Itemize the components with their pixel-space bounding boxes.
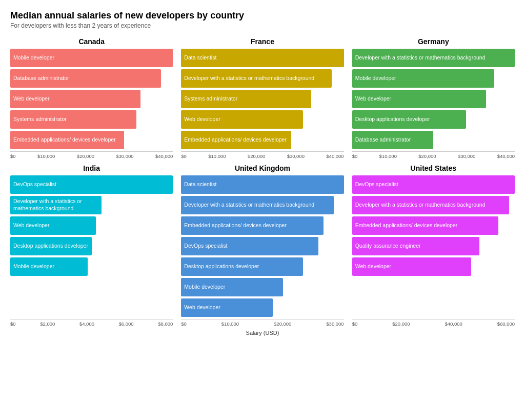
- bar-label-2-1: Mobile developer: [352, 73, 399, 84]
- x-axis-tick: $20,000: [274, 321, 291, 327]
- bar-5-1: Developer with a statistics or mathemati…: [352, 196, 510, 214]
- bar-row-2-2: Web developer: [352, 90, 515, 108]
- bar-label-5-0: DevOps specialist: [352, 179, 401, 190]
- bar-row-2-1: Mobile developer: [352, 69, 515, 88]
- chart-panel-india: IndiaDevOps specialistDeveloper with a s…: [10, 164, 173, 327]
- bar-row-3-0: DevOps specialist: [10, 175, 173, 194]
- x-axis-5: $0$20,000$40,000$60,000: [352, 319, 515, 327]
- bar-label-1-3: Web developer: [181, 114, 223, 125]
- bar-label-5-3: Quality assurance engineer: [352, 241, 424, 252]
- chart-panel-france: FranceData scientistDeveloper with a sta…: [181, 37, 344, 159]
- bar-2-0: Developer with a statistics or mathemati…: [352, 49, 515, 67]
- bar-row-2-0: Developer with a statistics or mathemati…: [352, 49, 515, 67]
- bar-label-0-1: Database administrator: [10, 73, 72, 84]
- charts-grid: CanadaMobile developerDatabase administr…: [10, 37, 515, 327]
- bar-1-2: Systems administrator: [181, 90, 311, 108]
- x-axis-tick: $6,000: [119, 321, 134, 327]
- bar-3-0: DevOps specialist: [10, 175, 173, 194]
- x-axis-tick: $4,000: [79, 321, 94, 327]
- bars-area-3: DevOps specialistDeveloper with a statis…: [10, 175, 173, 317]
- chart-panel-united-kingdom: United KingdomData scientistDeveloper wi…: [181, 164, 344, 327]
- bar-0-2: Web developer: [10, 90, 140, 108]
- bar-0-3: Systems administrator: [10, 110, 136, 129]
- x-axis-tick: $30,000: [116, 153, 133, 159]
- bar-row-3-2: Web developer: [10, 216, 173, 235]
- bar-label-3-2: Web developer: [10, 220, 52, 231]
- x-axis-tick: $20,000: [418, 153, 436, 159]
- x-axis-0: $0$10,000$20,000$30,000$40,000: [10, 151, 173, 159]
- bar-label-2-2: Web developer: [352, 93, 394, 105]
- bar-label-4-5: Mobile developer: [181, 282, 228, 293]
- bar-row-4-6: Web developer: [181, 298, 344, 317]
- bar-3-1: Developer with a statistics or mathemati…: [10, 196, 102, 214]
- bar-row-2-4: Database administrator: [352, 131, 515, 149]
- bars-area-0: Mobile developerDatabase administratorWe…: [10, 49, 173, 149]
- bar-row-5-3: Quality assurance engineer: [352, 237, 515, 255]
- bar-1-3: Web developer: [181, 110, 303, 129]
- x-axis-tick: $2,000: [40, 321, 55, 327]
- bar-1-0: Data scientist: [181, 49, 344, 67]
- bar-row-4-5: Mobile developer: [181, 278, 344, 296]
- bar-2-4: Database administrator: [352, 131, 434, 149]
- bar-row-2-3: Desktop applications developer: [352, 110, 515, 129]
- x-axis-tick: $10,000: [221, 321, 239, 327]
- bar-row-1-3: Web developer: [181, 110, 344, 129]
- bar-4-1: Developer with a statistics or mathemati…: [181, 196, 333, 214]
- bar-5-4: Web developer: [352, 257, 472, 276]
- country-title-3: India: [10, 164, 173, 172]
- bar-row-1-0: Data scientist: [181, 49, 344, 67]
- bar-label-1-1: Developer with a statistics or mathemati…: [181, 73, 317, 84]
- bar-4-6: Web developer: [181, 298, 272, 317]
- x-axis-tick: $40,000: [155, 153, 173, 159]
- x-axis-tick: $30,000: [287, 153, 305, 159]
- bar-row-1-1: Developer with a statistics or mathemati…: [181, 69, 344, 88]
- bar-4-5: Mobile developer: [181, 278, 282, 296]
- x-axis-2: $0$10,000$20,000$30,000$40,000: [352, 151, 515, 159]
- bar-0-1: Database administrator: [10, 69, 161, 88]
- bar-label-4-4: Desktop applications developer: [181, 261, 262, 272]
- bar-row-4-3: DevOps specialist: [181, 237, 344, 255]
- bar-row-4-1: Developer with a statistics or mathemati…: [181, 196, 344, 214]
- country-title-1: France: [181, 37, 344, 46]
- x-axis-tick: $40,000: [497, 153, 515, 159]
- country-title-4: United Kingdom: [181, 164, 344, 172]
- bar-0-0: Mobile developer: [10, 49, 173, 67]
- x-axis-tick: $40,000: [445, 321, 462, 327]
- bar-1-4: Embedded applications/ devices developer: [181, 131, 291, 149]
- main-title: Median annual salaries of new developers…: [10, 10, 515, 21]
- bar-row-0-1: Database administrator: [10, 69, 173, 88]
- bar-label-1-4: Embedded applications/ devices developer: [181, 134, 290, 146]
- subtitle: For developers with less than 2 years of…: [10, 22, 515, 29]
- bar-row-0-4: Embedded applications/ devices developer: [10, 131, 173, 149]
- bar-5-2: Embedded applications/ devices developer: [352, 216, 499, 235]
- bar-row-0-2: Web developer: [10, 90, 173, 108]
- bar-row-1-4: Embedded applications/ devices developer: [181, 131, 344, 149]
- bar-label-1-2: Systems administrator: [181, 93, 240, 105]
- bar-3-4: Mobile developer: [10, 257, 88, 276]
- chart-panel-germany: GermanyDeveloper with a statistics or ma…: [352, 37, 515, 159]
- bar-4-2: Embedded applications/ devices developer: [181, 216, 324, 235]
- bar-label-4-2: Embedded applications/ devices developer: [181, 220, 290, 231]
- x-axis-tick: $0: [181, 153, 187, 159]
- x-axis-3: $0$2,000$4,000$6,000$8,000: [10, 319, 173, 327]
- bar-row-4-2: Embedded applications/ devices developer: [181, 216, 344, 235]
- x-axis-1: $0$10,000$20,000$30,000$40,000: [181, 151, 344, 159]
- bar-1-1: Developer with a statistics or mathemati…: [181, 69, 332, 88]
- bar-row-1-2: Systems administrator: [181, 90, 344, 108]
- bars-area-1: Data scientistDeveloper with a statistic…: [181, 49, 344, 149]
- bar-label-0-2: Web developer: [10, 93, 52, 105]
- bar-label-3-3: Desktop applications developer: [10, 241, 91, 252]
- bar-label-3-0: DevOps specialist: [10, 179, 59, 190]
- bar-label-4-3: DevOps specialist: [181, 241, 230, 252]
- bar-label-0-0: Mobile developer: [10, 52, 57, 64]
- x-axis-tick: $10,000: [208, 153, 226, 159]
- x-axis-tick: $0: [10, 321, 16, 327]
- x-axis-tick: $8,000: [158, 321, 173, 327]
- country-title-0: Canada: [10, 37, 173, 46]
- bar-label-1-0: Data scientist: [181, 52, 219, 64]
- bar-row-5-1: Developer with a statistics or mathemati…: [352, 196, 515, 214]
- bar-4-3: DevOps specialist: [181, 237, 318, 255]
- bar-row-5-0: DevOps specialist: [352, 175, 515, 194]
- x-axis-tick: $20,000: [248, 153, 265, 159]
- bar-row-4-0: Data scientist: [181, 175, 344, 194]
